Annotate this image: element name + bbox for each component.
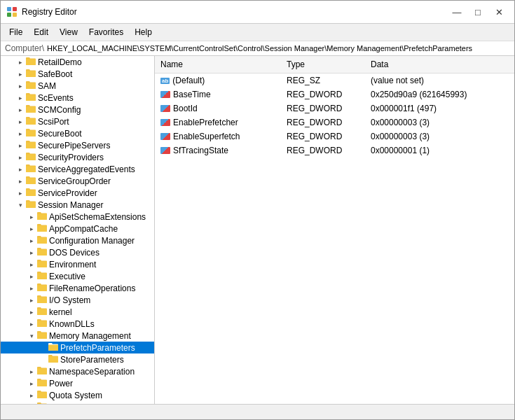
expand-btn-memorymgmt[interactable]: ▾	[26, 332, 37, 340]
expand-btn-apischemaext[interactable]: ▸	[26, 214, 37, 220]
expand-btn-retaildemo[interactable]: ▸	[15, 59, 26, 66]
tree-item-appcompatchache[interactable]: ▸ AppCompatCache	[1, 223, 154, 234]
menu-item-edit[interactable]: Edit	[28, 25, 54, 39]
detail-row-5[interactable]: SfTracingState REG_DWORD 0x00000001 (1)	[155, 144, 514, 158]
expand-btn-iosystem[interactable]: ▸	[26, 297, 37, 304]
detail-data-4: 0x00000003 (3)	[365, 131, 514, 142]
col-header-data: Data	[365, 58, 514, 71]
tree-label-serviceaggregatedevents: ServiceAggregatedEvents	[38, 164, 135, 174]
detail-row-1[interactable]: BaseTime REG_DWORD 0x250d90a9 (621645993…	[155, 88, 514, 102]
tree-item-power[interactable]: ▸ Power	[1, 377, 154, 389]
tree-item-scmconfig[interactable]: ▸ SCMConfig	[1, 104, 154, 115]
app-icon	[6, 6, 18, 18]
detail-name-0: ab(Default)	[155, 75, 281, 86]
detail-data-3: 0x00000003 (3)	[365, 117, 514, 128]
menu-item-view[interactable]: View	[54, 25, 83, 39]
expand-btn-scevents[interactable]: ▸	[15, 94, 26, 102]
expand-btn-safeboot[interactable]: ▸	[15, 71, 26, 78]
tree-item-configmanager[interactable]: ▸ Configuration Manager	[1, 234, 154, 246]
tree-item-servicegrouporder[interactable]: ▸ ServiceGroupOrder	[1, 175, 154, 187]
expand-btn-serviceaggregatedevents[interactable]: ▸	[15, 166, 26, 173]
folder-icon-serviceprovider	[26, 188, 36, 198]
expand-btn-knowndlls[interactable]: ▸	[26, 321, 37, 328]
tree-item-sessionmanager[interactable]: ▾ Session Manager	[1, 199, 154, 211]
expand-btn-power[interactable]: ▸	[26, 380, 37, 387]
expand-btn-sam[interactable]: ▸	[15, 83, 26, 90]
tree-pane[interactable]: ▸ RetailDemo▸ SafeBoot▸ SAM▸ ScEvents▸ S…	[1, 56, 155, 404]
folder-icon-secureboot	[26, 128, 36, 139]
tree-item-filerenameops[interactable]: ▸ FileRenameOperations	[1, 282, 154, 294]
expand-btn-executive[interactable]: ▸	[26, 273, 37, 280]
tree-item-retaildemo[interactable]: ▸ RetailDemo	[1, 56, 154, 68]
tree-item-serviceaggregatedevents[interactable]: ▸ ServiceAggregatedEvents	[1, 163, 154, 175]
expand-btn-sessionmanager[interactable]: ▾	[15, 202, 26, 209]
tree-item-namespacesep[interactable]: ▸ NamespaceSeparation	[1, 365, 154, 377]
tree-item-securepipeservers[interactable]: ▸ SecurePipeServers	[1, 139, 154, 151]
expand-btn-appcompatchache[interactable]: ▸	[26, 225, 37, 232]
details-pane[interactable]: Name Type Data ab(Default) REG_SZ (value…	[155, 56, 514, 404]
tree-item-serviceprovider[interactable]: ▸ ServiceProvider	[1, 187, 154, 199]
folder-icon-scsiport	[26, 116, 36, 127]
tree-label-scevents: ScEvents	[38, 93, 74, 103]
folder-icon-environment	[37, 259, 47, 270]
expand-btn-kernel[interactable]: ▸	[26, 309, 37, 316]
expand-btn-namespacesep[interactable]: ▸	[26, 368, 37, 375]
tree-item-sam[interactable]: ▸ SAM	[1, 80, 154, 92]
expand-btn-serviceprovider[interactable]: ▸	[15, 190, 26, 197]
expand-btn-scmconfig[interactable]: ▸	[15, 106, 26, 113]
detail-row-4[interactable]: EnableSuperfetch REG_DWORD 0x00000003 (3…	[155, 130, 514, 144]
tree-item-memorymgmt[interactable]: ▾ Memory Management	[1, 330, 154, 342]
expand-btn-securityproviders[interactable]: ▸	[15, 154, 26, 161]
tree-item-dosdevices[interactable]: ▸ DOS Devices	[1, 246, 154, 258]
tree-item-knowndlls[interactable]: ▸ KnownDLLs	[1, 318, 154, 330]
tree-item-iosystem[interactable]: ▸ I/O System	[1, 294, 154, 306]
maximize-button[interactable]: □	[468, 5, 488, 19]
menu-item-file[interactable]: File	[4, 25, 28, 39]
menu-item-help[interactable]: Help	[129, 25, 158, 39]
tree-label-memorymgmt: Memory Management	[49, 331, 131, 341]
tree-item-apischemaext[interactable]: ▸ ApiSetSchemaExtensions	[1, 211, 154, 223]
folder-icon-filerenameops	[37, 283, 47, 293]
expand-btn-quotasystem[interactable]: ▸	[26, 392, 37, 399]
tree-item-quotasystem[interactable]: ▸ Quota System	[1, 389, 154, 401]
detail-data-5: 0x00000001 (1)	[365, 145, 514, 156]
minimize-button[interactable]: —	[447, 5, 467, 19]
detail-type-1: REG_DWORD	[281, 89, 365, 100]
tree-item-environment[interactable]: ▸ Environment	[1, 258, 154, 270]
window-title: Registry Editor	[22, 7, 77, 17]
folder-icon-scmconfig	[26, 104, 36, 115]
detail-row-2[interactable]: BootId REG_DWORD 0x000001f1 (497)	[155, 102, 514, 115]
expand-btn-secureboot[interactable]: ▸	[15, 130, 26, 137]
expand-btn-scsiport[interactable]: ▸	[15, 118, 26, 125]
close-button[interactable]: ✕	[489, 5, 509, 19]
detail-row-0[interactable]: ab(Default) REG_SZ (value not set)	[155, 74, 514, 88]
tree-item-scevents[interactable]: ▸ ScEvents	[1, 92, 154, 104]
tree-item-prefetchparams[interactable]: PrefetchParameters	[1, 342, 154, 354]
expand-btn-configmanager[interactable]: ▸	[26, 237, 37, 244]
detail-name-5: SfTracingState	[155, 145, 281, 156]
tree-label-knowndlls: KnownDLLs	[49, 319, 95, 329]
menu-item-favorites[interactable]: Favorites	[83, 25, 129, 39]
expand-btn-environment[interactable]: ▸	[26, 261, 37, 268]
reg-icon-dword	[160, 91, 170, 98]
expand-btn-dosdevices[interactable]: ▸	[26, 249, 37, 256]
folder-icon-scevents	[26, 92, 36, 103]
tree-item-safeboot[interactable]: ▸ SafeBoot	[1, 68, 154, 80]
tree-item-storeparams[interactable]: StoreParameters	[1, 354, 154, 365]
tree-item-secureboot[interactable]: ▸ SecureBoot	[1, 127, 154, 139]
detail-type-0: REG_SZ	[281, 75, 365, 86]
folder-icon-kernel	[37, 307, 47, 317]
tree-label-appcompatchache: AppCompatCache	[49, 224, 118, 234]
col-header-type: Type	[281, 58, 365, 71]
expand-btn-filerenameops[interactable]: ▸	[26, 285, 37, 292]
tree-item-executive[interactable]: ▸ Executive	[1, 270, 154, 282]
tree-item-securityproviders[interactable]: ▸ SecurityProviders	[1, 151, 154, 163]
detail-data-2: 0x000001f1 (497)	[365, 103, 514, 114]
expand-btn-securepipeservers[interactable]: ▸	[15, 142, 26, 149]
tree-item-kernel[interactable]: ▸ kernel	[1, 306, 154, 318]
tree-item-scsiport[interactable]: ▸ ScsiPort	[1, 115, 154, 127]
expand-btn-servicegrouporder[interactable]: ▸	[15, 178, 26, 185]
reg-icon-sz: ab	[160, 78, 170, 84]
detail-row-3[interactable]: EnablePrefetcher REG_DWORD 0x00000003 (3…	[155, 115, 514, 130]
folder-icon-serviceaggregatedevents	[26, 164, 36, 174]
